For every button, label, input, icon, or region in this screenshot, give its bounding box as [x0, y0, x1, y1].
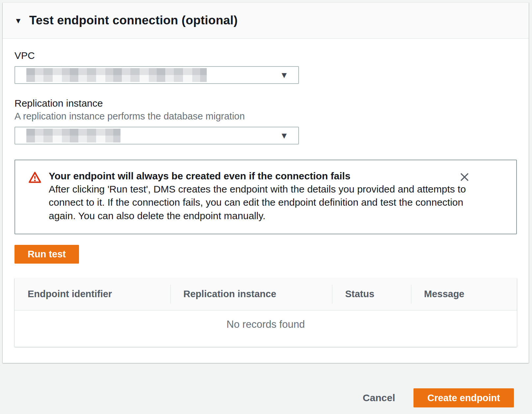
warning-text: Your endpoint will always be created eve… [49, 169, 467, 222]
vpc-select[interactable]: ▼ [14, 66, 299, 84]
replication-instance-description: A replication instance performs the data… [14, 111, 517, 122]
vpc-label: VPC [14, 50, 517, 61]
replication-instance-field: Replication instance A replication insta… [14, 98, 517, 144]
panel-body: VPC ▼ Replication instance A replication… [3, 39, 529, 347]
replication-instance-label: Replication instance [14, 98, 517, 109]
table-empty-state: No records found [14, 311, 517, 347]
column-header-message: Message [411, 289, 517, 299]
run-test-button[interactable]: Run test [14, 245, 79, 264]
warning-alert: Your endpoint will always be created eve… [14, 160, 517, 234]
warning-title: Your endpoint will always be created eve… [49, 169, 467, 183]
table-header-row: Endpoint identifier Replication instance… [14, 278, 517, 311]
close-icon[interactable] [459, 171, 470, 183]
triangle-down-icon: ▼ [14, 17, 22, 25]
cancel-button[interactable]: Cancel [363, 392, 395, 403]
warning-body: After clicking 'Run test', DMS creates t… [49, 183, 467, 222]
footer-actions: Cancel Create endpoint [0, 388, 532, 407]
replication-instance-selected-value-redacted [26, 129, 120, 142]
page: ▼ Test endpoint connection (optional) VP… [0, 0, 532, 414]
panel-title: Test endpoint connection (optional) [29, 13, 238, 27]
no-records-text: No records found [226, 319, 305, 330]
warning-triangle-icon [28, 170, 41, 185]
chevron-down-icon: ▼ [280, 131, 288, 140]
create-endpoint-button[interactable]: Create endpoint [413, 388, 514, 407]
column-header-replication-instance: Replication instance [170, 289, 332, 299]
chevron-down-icon: ▼ [280, 71, 288, 79]
vpc-selected-value-redacted [26, 68, 207, 82]
connection-results-table: Endpoint identifier Replication instance… [14, 278, 517, 347]
column-header-status: Status [332, 289, 411, 299]
column-header-endpoint-identifier: Endpoint identifier [14, 289, 170, 299]
test-endpoint-panel: ▼ Test endpoint connection (optional) VP… [3, 3, 529, 363]
panel-header-expander[interactable]: ▼ Test endpoint connection (optional) [3, 3, 529, 39]
replication-instance-select[interactable]: ▼ [14, 127, 299, 144]
vpc-field: VPC ▼ [14, 50, 517, 84]
